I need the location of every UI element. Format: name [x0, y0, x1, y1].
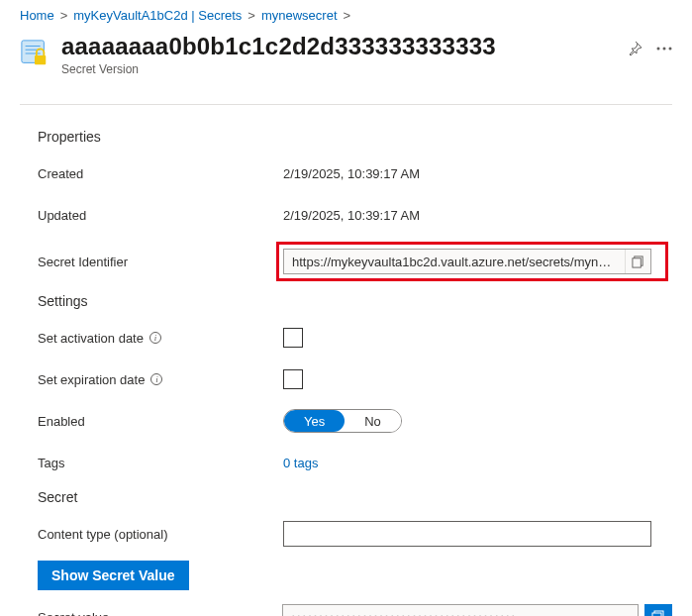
copy-secret-button[interactable]: [644, 604, 672, 616]
label-enabled: Enabled: [38, 414, 283, 429]
content-type-input[interactable]: [283, 521, 651, 547]
label-activation-date: Set activation date i: [38, 331, 283, 346]
highlight-annotation: https://mykeyvaulta1bc2d.vault.azure.net…: [276, 242, 668, 281]
checkbox-activation-date[interactable]: [283, 328, 303, 348]
crumb-vault[interactable]: myKeyVaultA1bC2d | Secrets: [73, 8, 242, 23]
value-updated: 2/19/2025, 10:39:17 AM: [283, 208, 672, 223]
svg-point-6: [663, 48, 666, 51]
copy-icon[interactable]: [625, 250, 650, 273]
section-properties: Properties: [38, 129, 672, 145]
info-icon[interactable]: i: [150, 373, 162, 385]
svg-rect-4: [35, 55, 46, 64]
label-created: Created: [38, 166, 283, 181]
chevron-right-icon: >: [344, 8, 351, 23]
chevron-right-icon: >: [60, 8, 68, 23]
label-secret-value: Secret value: [38, 610, 282, 617]
page-title: aaaaaaaa0b0b1c1c2d2d333333333333: [61, 33, 496, 60]
svg-point-7: [669, 48, 672, 51]
secret-identifier-value[interactable]: https://mykeyvaulta1bc2d.vault.azure.net…: [284, 255, 625, 269]
svg-point-5: [657, 48, 660, 51]
toggle-option-yes[interactable]: Yes: [284, 410, 345, 432]
section-settings: Settings: [38, 293, 672, 309]
crumb-secret[interactable]: mynewsecret: [261, 8, 338, 23]
value-created: 2/19/2025, 10:39:17 AM: [283, 166, 672, 181]
label-secret-identifier: Secret Identifier: [38, 255, 283, 269]
toggle-enabled[interactable]: Yes No: [283, 409, 402, 433]
secret-identifier-field: https://mykeyvaulta1bc2d.vault.azure.net…: [283, 249, 651, 274]
secret-value-field[interactable]: ••••••••••••••••••••••••••••••••••••••••…: [282, 604, 639, 616]
keyvault-secret-icon: [20, 39, 49, 68]
label-content-type: Content type (optional): [38, 527, 283, 542]
checkbox-expiration-date[interactable]: [283, 369, 303, 389]
label-updated: Updated: [38, 208, 283, 223]
label-tags: Tags: [38, 456, 283, 470]
chevron-right-icon: >: [247, 8, 255, 23]
page-subtitle: Secret Version: [61, 62, 496, 76]
toggle-option-no[interactable]: No: [345, 410, 401, 432]
crumb-home[interactable]: Home: [20, 8, 54, 23]
more-icon[interactable]: [656, 47, 672, 51]
svg-rect-9: [633, 257, 641, 266]
section-secret: Secret: [38, 489, 672, 505]
breadcrumb: Home > myKeyVaultA1bC2d | Secrets > myne…: [20, 8, 672, 33]
tags-link[interactable]: 0 tags: [283, 456, 318, 470]
show-secret-value-button[interactable]: Show Secret Value: [38, 561, 189, 590]
pin-icon[interactable]: [627, 41, 643, 56]
label-expiration-date: Set expiration date i: [38, 372, 283, 387]
info-icon[interactable]: i: [149, 332, 161, 344]
